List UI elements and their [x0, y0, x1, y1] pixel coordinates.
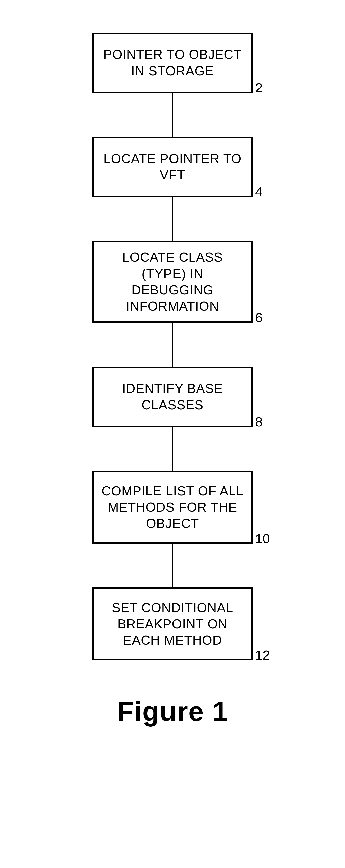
flow-box-label: POINTER TO OBJECT IN STORAGE — [101, 46, 244, 79]
flow-box: COMPILE LIST OF ALL METHODS FOR THE OBJE… — [92, 471, 253, 544]
flow-connector — [172, 323, 173, 367]
flow-box-number: 8 — [255, 414, 263, 429]
flow-box-label: LOCATE POINTER TO VFT — [101, 151, 244, 183]
flow-box: LOCATE POINTER TO VFT — [92, 137, 253, 197]
flowchart: POINTER TO OBJECT IN STORAGE 2 LOCATE PO… — [0, 33, 345, 660]
flow-box-number: 2 — [255, 80, 263, 95]
flow-node: SET CONDITIONAL BREAKPOINT ON EACH METHO… — [0, 587, 345, 660]
flow-connector — [172, 197, 173, 241]
flow-node: POINTER TO OBJECT IN STORAGE 2 — [0, 33, 345, 93]
flow-box-number: 10 — [255, 531, 270, 546]
flow-box-label: COMPILE LIST OF ALL METHODS FOR THE OBJE… — [101, 483, 244, 532]
flow-box-label: IDENTIFY BASE CLASSES — [101, 380, 244, 413]
flow-box-number: 4 — [255, 184, 263, 199]
flow-box-label: SET CONDITIONAL BREAKPOINT ON EACH METHO… — [101, 599, 244, 648]
flow-connector — [172, 427, 173, 471]
flow-box: SET CONDITIONAL BREAKPOINT ON EACH METHO… — [92, 587, 253, 660]
figure-caption: Figure 1 — [0, 695, 345, 727]
flow-box: LOCATE CLASS (TYPE) IN DEBUGGING INFORMA… — [92, 241, 253, 323]
flow-node: LOCATE CLASS (TYPE) IN DEBUGGING INFORMA… — [0, 241, 345, 323]
flow-box: POINTER TO OBJECT IN STORAGE — [92, 33, 253, 93]
flow-box: IDENTIFY BASE CLASSES — [92, 367, 253, 427]
flow-node: COMPILE LIST OF ALL METHODS FOR THE OBJE… — [0, 471, 345, 544]
flow-box-label: LOCATE CLASS (TYPE) IN DEBUGGING INFORMA… — [101, 249, 244, 314]
flow-node: LOCATE POINTER TO VFT 4 — [0, 137, 345, 197]
page: POINTER TO OBJECT IN STORAGE 2 LOCATE PO… — [0, 0, 345, 868]
flow-box-number: 12 — [255, 648, 270, 663]
flow-connector — [172, 544, 173, 587]
flow-connector — [172, 93, 173, 137]
flow-node: IDENTIFY BASE CLASSES 8 — [0, 367, 345, 427]
flow-box-number: 6 — [255, 310, 263, 325]
